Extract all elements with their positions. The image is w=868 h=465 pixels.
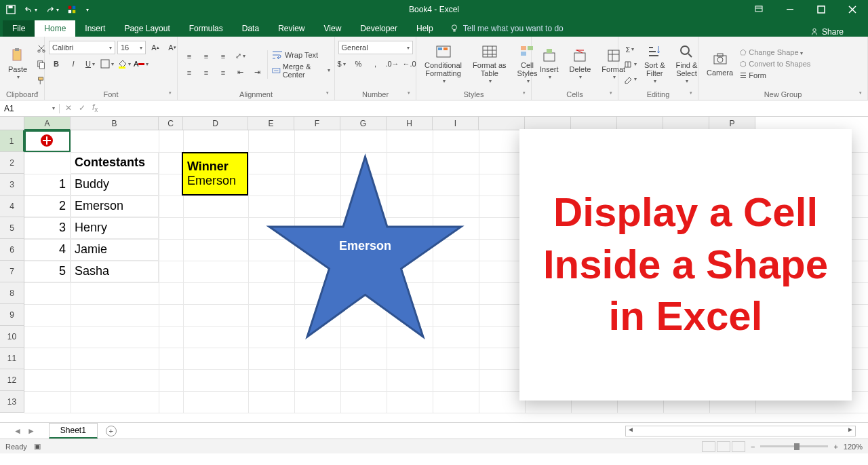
align-center-button[interactable]: ≡ — [199, 66, 214, 79]
row-header-4[interactable]: 4 — [0, 196, 24, 217]
tab-page-layout[interactable]: Page Layout — [115, 20, 179, 37]
bold-button[interactable]: B — [49, 57, 64, 71]
winner-box[interactable]: Winner Emerson — [182, 152, 248, 196]
close-icon[interactable] — [837, 0, 868, 19]
macro-record-icon[interactable]: ▣ — [34, 442, 41, 451]
row-header-10[interactable]: 10 — [0, 326, 24, 348]
star-shape[interactable]: Emerson — [262, 151, 469, 341]
cell-b4[interactable]: Emerson — [71, 196, 159, 217]
cell-b2[interactable]: Contestants — [71, 152, 159, 174]
zoom-level[interactable]: 120% — [844, 443, 863, 451]
zoom-in-button[interactable]: + — [833, 443, 837, 451]
tab-review[interactable]: Review — [269, 20, 314, 37]
save-icon[interactable] — [4, 3, 18, 16]
row-header-9[interactable]: 9 — [0, 304, 24, 326]
row-header-2[interactable]: 2 — [0, 152, 24, 174]
cell-b7[interactable]: Sasha — [71, 261, 159, 282]
insert-cells-button[interactable]: Insert▾ — [536, 46, 563, 82]
tab-data[interactable]: Data — [233, 20, 269, 37]
orientation-button[interactable]: ⤢▾ — [233, 50, 248, 63]
enter-formula-icon[interactable]: ✓ — [79, 103, 85, 113]
tab-help[interactable]: Help — [407, 20, 443, 37]
cell-a7[interactable]: 5 — [24, 261, 71, 282]
font-color-button[interactable]: A▾ — [134, 57, 149, 71]
increase-decimal-button[interactable]: .0→ — [385, 57, 400, 71]
decrease-decimal-button[interactable]: ←.0 — [402, 57, 417, 71]
view-normal-button[interactable] — [702, 441, 715, 452]
add-sheet-button[interactable]: + — [106, 426, 117, 436]
cell-a5[interactable]: 3 — [24, 217, 71, 239]
align-middle-button[interactable]: ≡ — [199, 50, 214, 63]
tab-file[interactable]: File — [3, 20, 35, 37]
paste-button[interactable]: Paste▾ — [4, 46, 31, 82]
row-header-13[interactable]: 13 — [0, 391, 24, 413]
col-header-a[interactable]: A — [24, 117, 71, 130]
number-format-select[interactable]: General▾ — [338, 41, 413, 54]
cell-b5[interactable]: Henry — [71, 217, 159, 239]
row-header-7[interactable]: 7 — [0, 261, 24, 282]
col-header-h[interactable]: H — [387, 117, 433, 130]
cell-a4[interactable]: 2 — [24, 196, 71, 217]
undo-icon[interactable]: ▾ — [22, 3, 39, 16]
tab-home[interactable]: Home — [35, 20, 75, 37]
comma-button[interactable]: , — [368, 57, 383, 71]
tab-insert[interactable]: Insert — [75, 20, 115, 37]
align-bottom-button[interactable]: ≡ — [216, 50, 231, 63]
wrap-text-button[interactable]: Wrap Text — [272, 50, 330, 60]
currency-button[interactable]: $▾ — [334, 57, 349, 71]
camera-button[interactable]: Camera — [703, 50, 737, 78]
align-left-button[interactable]: ≡ — [182, 66, 197, 79]
cell-a6[interactable]: 4 — [24, 239, 71, 261]
col-header-[interactable] — [617, 117, 663, 130]
sheet-nav-prev[interactable]: ◄ — [14, 426, 22, 436]
borders-button[interactable]: ▾ — [100, 57, 115, 71]
tell-me-search[interactable]: Tell me what you want to do — [443, 20, 570, 37]
italic-button[interactable]: I — [66, 57, 81, 71]
redo-icon[interactable]: ▾ — [43, 3, 61, 16]
fill-button[interactable]: ▾ — [623, 58, 637, 71]
tab-formulas[interactable]: Formulas — [180, 20, 233, 37]
select-all-corner[interactable] — [0, 117, 24, 130]
qat-customize-icon[interactable]: ▾ — [83, 5, 91, 14]
name-box[interactable]: A1▾ — [0, 104, 60, 113]
autosum-button[interactable]: Σ▾ — [623, 43, 637, 56]
decrease-indent-button[interactable]: ⇤ — [233, 66, 248, 79]
row-header-1[interactable]: 1 — [0, 130, 24, 152]
col-header-d[interactable]: D — [183, 117, 248, 130]
cell-a3[interactable]: 1 — [24, 174, 71, 196]
sheet-tab-sheet1[interactable]: Sheet1 — [49, 423, 98, 439]
align-right-button[interactable]: ≡ — [216, 66, 231, 79]
sort-filter-button[interactable]: Sort & Filter▾ — [640, 42, 669, 86]
row-header-6[interactable]: 6 — [0, 239, 24, 261]
col-header-[interactable] — [479, 117, 525, 130]
maximize-icon[interactable] — [806, 0, 837, 19]
tab-developer[interactable]: Developer — [351, 20, 407, 37]
col-header-[interactable] — [571, 117, 617, 130]
col-header-p[interactable]: P — [709, 117, 755, 130]
share-button[interactable]: Share — [810, 27, 844, 37]
find-select-button[interactable]: Find & Select▾ — [672, 42, 702, 86]
fx-icon[interactable]: fx — [92, 103, 98, 113]
clear-button[interactable]: ▾ — [623, 73, 637, 86]
sheet-nav-next[interactable]: ► — [27, 426, 35, 436]
col-header-e[interactable]: E — [248, 117, 294, 130]
view-page-break-button[interactable] — [732, 441, 745, 452]
row-header-3[interactable]: 3 — [0, 174, 24, 196]
font-size-select[interactable]: 16▾ — [117, 41, 146, 54]
change-shape-button[interactable]: ⬠ Change Shape▾ — [740, 48, 810, 57]
qat-color-icon[interactable] — [65, 3, 79, 16]
format-as-table-button[interactable]: Format as Table▾ — [469, 42, 511, 86]
ribbon-options-icon[interactable] — [743, 0, 774, 19]
increase-indent-button[interactable]: ⇥ — [250, 66, 264, 79]
col-header-[interactable] — [663, 117, 709, 130]
row-header-12[interactable]: 12 — [0, 369, 24, 391]
fill-color-button[interactable]: ▾ — [117, 57, 132, 71]
underline-button[interactable]: U▾ — [83, 57, 98, 71]
increase-font-button[interactable]: A▴ — [148, 41, 163, 54]
percent-button[interactable]: % — [351, 57, 366, 71]
merge-center-button[interactable]: Merge & Center▾ — [272, 62, 330, 79]
cancel-formula-icon[interactable]: ✕ — [65, 103, 72, 113]
col-header-f[interactable]: F — [294, 117, 340, 130]
convert-shapes-button[interactable]: ⬡ Convert to Shapes — [740, 60, 810, 69]
cell-b3[interactable]: Buddy — [71, 174, 159, 196]
